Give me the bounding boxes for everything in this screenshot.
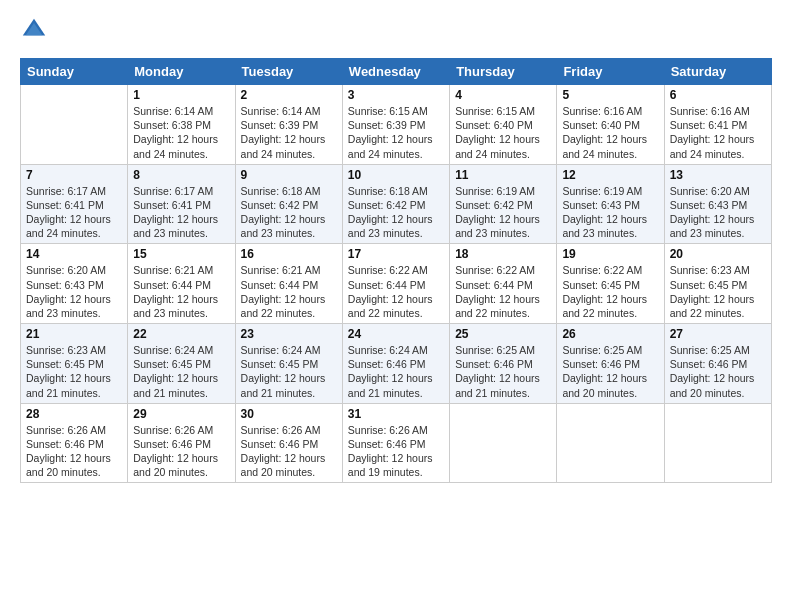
day-number: 3 [348, 88, 444, 102]
calendar-cell: 5Sunrise: 6:16 AM Sunset: 6:40 PM Daylig… [557, 85, 664, 165]
calendar-cell: 11Sunrise: 6:19 AM Sunset: 6:42 PM Dayli… [450, 164, 557, 244]
day-detail: Sunrise: 6:14 AM Sunset: 6:38 PM Dayligh… [133, 104, 229, 161]
day-header-monday: Monday [128, 59, 235, 85]
day-detail: Sunrise: 6:15 AM Sunset: 6:40 PM Dayligh… [455, 104, 551, 161]
day-detail: Sunrise: 6:22 AM Sunset: 6:44 PM Dayligh… [348, 263, 444, 320]
day-number: 27 [670, 327, 766, 341]
day-detail: Sunrise: 6:23 AM Sunset: 6:45 PM Dayligh… [26, 343, 122, 400]
calendar-cell: 1Sunrise: 6:14 AM Sunset: 6:38 PM Daylig… [128, 85, 235, 165]
day-detail: Sunrise: 6:26 AM Sunset: 6:46 PM Dayligh… [133, 423, 229, 480]
day-detail: Sunrise: 6:20 AM Sunset: 6:43 PM Dayligh… [670, 184, 766, 241]
day-detail: Sunrise: 6:15 AM Sunset: 6:39 PM Dayligh… [348, 104, 444, 161]
calendar-body: 1Sunrise: 6:14 AM Sunset: 6:38 PM Daylig… [21, 85, 772, 483]
calendar-cell: 20Sunrise: 6:23 AM Sunset: 6:45 PM Dayli… [664, 244, 771, 324]
day-detail: Sunrise: 6:21 AM Sunset: 6:44 PM Dayligh… [133, 263, 229, 320]
day-number: 20 [670, 247, 766, 261]
calendar-cell: 29Sunrise: 6:26 AM Sunset: 6:46 PM Dayli… [128, 403, 235, 483]
calendar-cell: 18Sunrise: 6:22 AM Sunset: 6:44 PM Dayli… [450, 244, 557, 324]
day-number: 22 [133, 327, 229, 341]
day-number: 18 [455, 247, 551, 261]
day-number: 1 [133, 88, 229, 102]
day-detail: Sunrise: 6:26 AM Sunset: 6:46 PM Dayligh… [26, 423, 122, 480]
day-header-saturday: Saturday [664, 59, 771, 85]
calendar-cell: 13Sunrise: 6:20 AM Sunset: 6:43 PM Dayli… [664, 164, 771, 244]
day-header-sunday: Sunday [21, 59, 128, 85]
day-detail: Sunrise: 6:20 AM Sunset: 6:43 PM Dayligh… [26, 263, 122, 320]
day-number: 28 [26, 407, 122, 421]
calendar-cell: 26Sunrise: 6:25 AM Sunset: 6:46 PM Dayli… [557, 324, 664, 404]
day-detail: Sunrise: 6:21 AM Sunset: 6:44 PM Dayligh… [241, 263, 337, 320]
week-row-1: 1Sunrise: 6:14 AM Sunset: 6:38 PM Daylig… [21, 85, 772, 165]
header [20, 16, 772, 44]
logo-icon [20, 16, 48, 44]
day-number: 4 [455, 88, 551, 102]
calendar-cell: 14Sunrise: 6:20 AM Sunset: 6:43 PM Dayli… [21, 244, 128, 324]
calendar-cell [21, 85, 128, 165]
day-number: 31 [348, 407, 444, 421]
calendar-cell [664, 403, 771, 483]
day-detail: Sunrise: 6:18 AM Sunset: 6:42 PM Dayligh… [348, 184, 444, 241]
day-number: 11 [455, 168, 551, 182]
day-detail: Sunrise: 6:25 AM Sunset: 6:46 PM Dayligh… [670, 343, 766, 400]
week-row-3: 14Sunrise: 6:20 AM Sunset: 6:43 PM Dayli… [21, 244, 772, 324]
calendar-cell: 2Sunrise: 6:14 AM Sunset: 6:39 PM Daylig… [235, 85, 342, 165]
calendar-cell: 15Sunrise: 6:21 AM Sunset: 6:44 PM Dayli… [128, 244, 235, 324]
day-number: 17 [348, 247, 444, 261]
week-row-4: 21Sunrise: 6:23 AM Sunset: 6:45 PM Dayli… [21, 324, 772, 404]
day-detail: Sunrise: 6:26 AM Sunset: 6:46 PM Dayligh… [241, 423, 337, 480]
day-number: 24 [348, 327, 444, 341]
calendar-cell: 17Sunrise: 6:22 AM Sunset: 6:44 PM Dayli… [342, 244, 449, 324]
calendar-table: SundayMondayTuesdayWednesdayThursdayFrid… [20, 58, 772, 483]
calendar-cell: 21Sunrise: 6:23 AM Sunset: 6:45 PM Dayli… [21, 324, 128, 404]
page: SundayMondayTuesdayWednesdayThursdayFrid… [0, 0, 792, 612]
day-number: 14 [26, 247, 122, 261]
calendar-cell: 19Sunrise: 6:22 AM Sunset: 6:45 PM Dayli… [557, 244, 664, 324]
calendar-cell: 8Sunrise: 6:17 AM Sunset: 6:41 PM Daylig… [128, 164, 235, 244]
day-header-friday: Friday [557, 59, 664, 85]
calendar-cell: 12Sunrise: 6:19 AM Sunset: 6:43 PM Dayli… [557, 164, 664, 244]
day-number: 9 [241, 168, 337, 182]
week-row-2: 7Sunrise: 6:17 AM Sunset: 6:41 PM Daylig… [21, 164, 772, 244]
calendar-cell [450, 403, 557, 483]
day-detail: Sunrise: 6:19 AM Sunset: 6:42 PM Dayligh… [455, 184, 551, 241]
day-number: 21 [26, 327, 122, 341]
calendar-cell: 28Sunrise: 6:26 AM Sunset: 6:46 PM Dayli… [21, 403, 128, 483]
day-detail: Sunrise: 6:14 AM Sunset: 6:39 PM Dayligh… [241, 104, 337, 161]
day-detail: Sunrise: 6:17 AM Sunset: 6:41 PM Dayligh… [133, 184, 229, 241]
day-detail: Sunrise: 6:24 AM Sunset: 6:46 PM Dayligh… [348, 343, 444, 400]
day-detail: Sunrise: 6:25 AM Sunset: 6:46 PM Dayligh… [562, 343, 658, 400]
day-header-tuesday: Tuesday [235, 59, 342, 85]
calendar-header: SundayMondayTuesdayWednesdayThursdayFrid… [21, 59, 772, 85]
header-row: SundayMondayTuesdayWednesdayThursdayFrid… [21, 59, 772, 85]
day-number: 8 [133, 168, 229, 182]
calendar-cell: 31Sunrise: 6:26 AM Sunset: 6:46 PM Dayli… [342, 403, 449, 483]
calendar-cell: 16Sunrise: 6:21 AM Sunset: 6:44 PM Dayli… [235, 244, 342, 324]
day-detail: Sunrise: 6:24 AM Sunset: 6:45 PM Dayligh… [241, 343, 337, 400]
logo [20, 16, 54, 44]
day-detail: Sunrise: 6:22 AM Sunset: 6:44 PM Dayligh… [455, 263, 551, 320]
day-number: 15 [133, 247, 229, 261]
day-detail: Sunrise: 6:19 AM Sunset: 6:43 PM Dayligh… [562, 184, 658, 241]
day-detail: Sunrise: 6:23 AM Sunset: 6:45 PM Dayligh… [670, 263, 766, 320]
calendar-cell: 6Sunrise: 6:16 AM Sunset: 6:41 PM Daylig… [664, 85, 771, 165]
calendar-cell: 25Sunrise: 6:25 AM Sunset: 6:46 PM Dayli… [450, 324, 557, 404]
calendar-cell: 23Sunrise: 6:24 AM Sunset: 6:45 PM Dayli… [235, 324, 342, 404]
calendar-cell: 9Sunrise: 6:18 AM Sunset: 6:42 PM Daylig… [235, 164, 342, 244]
day-number: 7 [26, 168, 122, 182]
calendar-cell: 10Sunrise: 6:18 AM Sunset: 6:42 PM Dayli… [342, 164, 449, 244]
day-number: 29 [133, 407, 229, 421]
day-number: 23 [241, 327, 337, 341]
day-number: 16 [241, 247, 337, 261]
calendar-cell: 7Sunrise: 6:17 AM Sunset: 6:41 PM Daylig… [21, 164, 128, 244]
calendar-cell: 22Sunrise: 6:24 AM Sunset: 6:45 PM Dayli… [128, 324, 235, 404]
day-detail: Sunrise: 6:22 AM Sunset: 6:45 PM Dayligh… [562, 263, 658, 320]
calendar-cell: 4Sunrise: 6:15 AM Sunset: 6:40 PM Daylig… [450, 85, 557, 165]
day-header-wednesday: Wednesday [342, 59, 449, 85]
day-detail: Sunrise: 6:26 AM Sunset: 6:46 PM Dayligh… [348, 423, 444, 480]
day-number: 26 [562, 327, 658, 341]
day-detail: Sunrise: 6:16 AM Sunset: 6:40 PM Dayligh… [562, 104, 658, 161]
day-number: 30 [241, 407, 337, 421]
day-detail: Sunrise: 6:25 AM Sunset: 6:46 PM Dayligh… [455, 343, 551, 400]
day-number: 19 [562, 247, 658, 261]
day-detail: Sunrise: 6:18 AM Sunset: 6:42 PM Dayligh… [241, 184, 337, 241]
